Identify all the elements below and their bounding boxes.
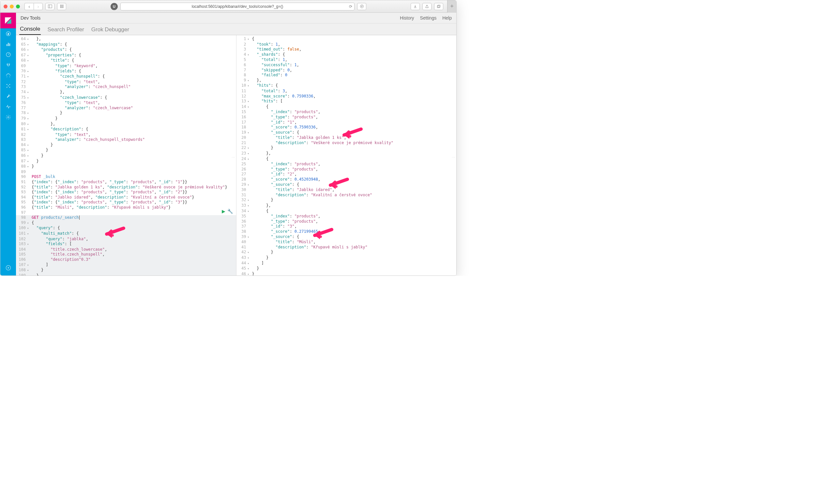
- close-window-button[interactable]: [4, 4, 7, 8]
- reload-icon[interactable]: ⟳: [349, 4, 352, 9]
- code-line[interactable]: 10▾ "hits": {: [237, 83, 457, 89]
- code-line[interactable]: 37 "_id": "3",: [237, 224, 457, 229]
- code-line[interactable]: 106 "description^0.3": [16, 257, 236, 262]
- settings-link[interactable]: Settings: [420, 15, 437, 21]
- code-line[interactable]: 74▾ },: [16, 90, 236, 95]
- code-line[interactable]: 75▾ "czech_lowercase": {: [16, 95, 236, 101]
- tabs-button[interactable]: [434, 3, 443, 10]
- code-line[interactable]: 31 "description": "Kvalitní a čerstvé ov…: [237, 193, 457, 198]
- code-line[interactable]: 96{"title": "Müsli", "description": "Křu…: [16, 205, 236, 210]
- kibana-logo[interactable]: [0, 13, 16, 28]
- share-button[interactable]: [422, 3, 431, 10]
- code-line[interactable]: 3 "timed_out": false,: [237, 47, 457, 52]
- code-line[interactable]: 92{"title": "Jablka golden 1 ks", "descr…: [16, 185, 236, 190]
- code-line[interactable]: 34▾ {: [237, 209, 457, 214]
- code-line[interactable]: 20 "title": "Jablka golden 1 ks",: [237, 135, 457, 141]
- code-line[interactable]: 97: [16, 210, 236, 215]
- code-line[interactable]: 32▾ }: [237, 197, 457, 203]
- code-line[interactable]: 108▾ }: [16, 268, 236, 273]
- code-line[interactable]: 89: [16, 169, 236, 175]
- code-line[interactable]: 84▾ }: [16, 143, 236, 148]
- code-line[interactable]: 68▾ "title": {: [16, 58, 236, 64]
- code-line[interactable]: 90POST _bulk: [16, 174, 236, 180]
- code-line[interactable]: 69 "type": "keyword",: [16, 64, 236, 69]
- forward-button[interactable]: ›: [34, 3, 43, 10]
- reader-button[interactable]: [357, 3, 366, 10]
- code-line[interactable]: 8 "failed": 0: [237, 73, 457, 78]
- code-line[interactable]: 45▾ }: [237, 266, 457, 272]
- code-line[interactable]: 18 "_score": 0.7590336,: [237, 125, 457, 130]
- wrench-icon[interactable]: 🔧: [227, 209, 233, 214]
- code-line[interactable]: 29▾ "_source": {: [237, 182, 457, 188]
- code-line[interactable]: 82 "type": "text",: [16, 132, 236, 138]
- code-line[interactable]: 71▾ "czech_hunspell": {: [16, 74, 236, 80]
- code-line[interactable]: 93{"index": {"_index": "products", "_typ…: [16, 190, 236, 195]
- code-line[interactable]: 33▾ },: [237, 203, 457, 209]
- downloads-button[interactable]: [411, 3, 420, 10]
- code-line[interactable]: 19▾ "_source": {: [237, 130, 457, 135]
- code-line[interactable]: 91{"index": {"_index": "products", "_typ…: [16, 180, 236, 185]
- code-line[interactable]: 98GET products/_search: [16, 215, 236, 220]
- code-line[interactable]: 13▾ "hits": [: [237, 99, 457, 104]
- back-button[interactable]: ‹: [24, 3, 34, 10]
- code-line[interactable]: 95{"index": {"_index": "products", "_typ…: [16, 200, 236, 205]
- management-icon[interactable]: [0, 112, 16, 122]
- code-line[interactable]: 35 "_index": "products",: [237, 214, 457, 219]
- code-line[interactable]: 11 "total": 3,: [237, 89, 457, 94]
- code-line[interactable]: 70▾ "fields": {: [16, 69, 236, 74]
- code-line[interactable]: 72 "type": "text",: [16, 80, 236, 85]
- dashboard-icon[interactable]: [0, 49, 16, 60]
- code-line[interactable]: 42▾ }: [237, 250, 457, 255]
- code-line[interactable]: 73 "analyzer": "czech_hunspell": [16, 84, 236, 90]
- code-line[interactable]: 7 "skipped": 0,: [237, 68, 457, 73]
- drag-handle[interactable]: ⋮: [231, 155, 236, 159]
- code-line[interactable]: 101▾ "multi_match": {: [16, 231, 236, 237]
- code-line[interactable]: 24▾ {: [237, 156, 457, 162]
- code-line[interactable]: 1▾{: [237, 37, 457, 42]
- code-line[interactable]: 21 "description": "Veškeré ovoce je prém…: [237, 141, 457, 146]
- sidebar-toggle-button[interactable]: [45, 3, 55, 10]
- code-line[interactable]: 76 "type": "text",: [16, 100, 236, 106]
- history-link[interactable]: History: [400, 15, 414, 21]
- code-line[interactable]: 99▾{: [16, 220, 236, 226]
- collapse-icon[interactable]: [0, 262, 16, 273]
- code-line[interactable]: 94{"title": "Jablko idared", "descriptio…: [16, 195, 236, 200]
- monitoring-icon[interactable]: [0, 101, 16, 112]
- code-line[interactable]: 38 "_score": 0.27199465,: [237, 229, 457, 234]
- response-viewer[interactable]: 1▾{2 "took": 1,3 "timed_out": false,4▾ "…: [237, 35, 457, 275]
- topsites-button[interactable]: [57, 3, 66, 10]
- code-line[interactable]: 77 "analyzer": "czech_lowercase": [16, 106, 236, 111]
- code-line[interactable]: 85▾ }: [16, 148, 236, 153]
- request-editor[interactable]: 64▾ },65▾ "mappings": {66▾ "products": {…: [16, 35, 236, 275]
- code-line[interactable]: 5 "total": 1,: [237, 57, 457, 63]
- extension-badge[interactable]: U: [110, 3, 118, 10]
- code-line[interactable]: 9▾ },: [237, 78, 457, 83]
- code-line[interactable]: 46▾}: [237, 272, 457, 275]
- code-line[interactable]: 80▾ },: [16, 122, 236, 127]
- code-line[interactable]: 102 "query": "jablka",: [16, 237, 236, 242]
- apm-icon[interactable]: [0, 70, 16, 81]
- tab-grok-debugger[interactable]: Grok Debugger: [91, 24, 130, 35]
- tab-console[interactable]: Console: [19, 23, 41, 35]
- play-icon[interactable]: ▶: [222, 209, 225, 214]
- code-line[interactable]: 6 "successful": 1,: [237, 63, 457, 68]
- tab-search-profiler[interactable]: Search Profiler: [47, 24, 84, 35]
- code-line[interactable]: 2 "took": 1,: [237, 42, 457, 47]
- code-line[interactable]: 22▾ }: [237, 145, 457, 151]
- maximize-window-button[interactable]: [16, 4, 20, 8]
- code-line[interactable]: 104 "title.czech_lowercase",: [16, 247, 236, 252]
- code-line[interactable]: 103▾ "fields": [: [16, 241, 236, 247]
- help-link[interactable]: Help: [442, 15, 452, 21]
- code-line[interactable]: 41 "description": "Křupavé müsli s jablk…: [237, 245, 457, 250]
- code-line[interactable]: 4▾ "_shards": {: [237, 52, 457, 58]
- code-line[interactable]: 28 "_score": 0.45203948,: [237, 177, 457, 182]
- code-line[interactable]: 86▾ }: [16, 153, 236, 159]
- code-line[interactable]: 66▾ "products": {: [16, 47, 236, 53]
- drag-handle[interactable]: ⋮: [451, 155, 456, 159]
- minimize-window-button[interactable]: [10, 4, 14, 8]
- code-line[interactable]: 107▾ ]: [16, 262, 236, 268]
- code-line[interactable]: 23▾ },: [237, 151, 457, 156]
- code-line[interactable]: 87▾ }: [16, 159, 236, 164]
- code-line[interactable]: 88▾}: [16, 164, 236, 169]
- ml-icon[interactable]: [0, 81, 16, 91]
